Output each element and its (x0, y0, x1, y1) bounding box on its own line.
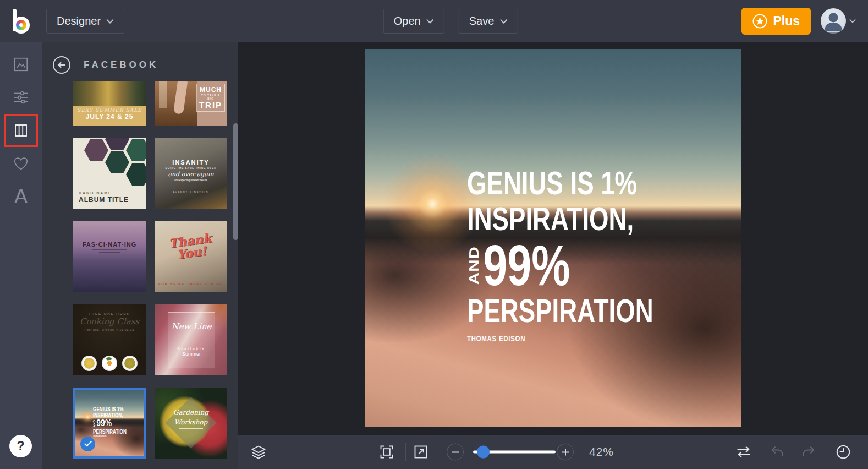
quote-line: INSPIRATION, (467, 201, 653, 237)
chevron-down-icon (426, 19, 434, 24)
save-button[interactable]: Save (459, 9, 518, 34)
template-thumbnail-fascinating[interactable]: FAS·CI·NAT·ING (73, 221, 146, 292)
quote-percent: 99% (483, 238, 570, 293)
zoom-out-button[interactable] (447, 444, 464, 461)
help-button-label: ? (17, 439, 24, 454)
hexagon-decor (105, 138, 129, 150)
template-text: INSANITY (155, 159, 227, 166)
template-text: FAS·CI·NAT·ING (73, 241, 146, 248)
sidebar-item-customize[interactable] (0, 81, 42, 114)
template-text: BAND NAME (79, 191, 129, 195)
template-thumbnail-new-line[interactable]: New Line Available Summer (155, 304, 227, 375)
template-text: GENIUS IS 1% (93, 406, 127, 412)
templates-panel: FACEBOOK SEXY SUMMER SALE JULY 24 & 25 M… (42, 42, 238, 469)
template-thumbnail-thank-you[interactable]: Thank You! FOR BEING THERE FOR ME (155, 221, 227, 292)
plus-button-label: Plus (773, 14, 800, 29)
tool-sidebar: A ? (0, 42, 42, 469)
quote-text-block[interactable]: GENIUS IS 1% INSPIRATION, AND 99% PERSPI… (467, 166, 653, 343)
layers-button[interactable] (251, 444, 266, 460)
open-button[interactable]: Open (383, 9, 444, 34)
sidebar-item-image[interactable] (0, 48, 42, 81)
history-button[interactable] (835, 444, 851, 460)
template-grid: SEXY SUMMER SALE JULY 24 & 25 MUCH TO TA… (73, 81, 238, 459)
template-text: Gardening (155, 408, 227, 416)
top-bar: Designer Open Save Plus (0, 0, 868, 42)
redo-button[interactable] (801, 444, 816, 460)
quote-and-word: AND (467, 246, 481, 285)
active-tool-highlight (4, 114, 38, 147)
sidebar-item-text[interactable]: A (0, 180, 42, 213)
panel-scrollbar[interactable] (233, 123, 238, 240)
canvas-area: GENIUS IS 1% INSPIRATION, AND 99% PERSPI… (238, 42, 868, 469)
template-thumbnail-big-trip[interactable]: MUCH TO TAKE A BIG TRIP (155, 81, 227, 126)
template-text: THOMAS EDISON (93, 435, 127, 438)
hexagon-decor (126, 163, 146, 186)
fit-to-screen-button[interactable] (379, 444, 394, 460)
compare-button[interactable] (736, 444, 751, 460)
template-text: DOING THE SAME THING OVER (155, 167, 227, 170)
save-button-label: Save (469, 15, 495, 28)
text-tool-icon: A (14, 185, 28, 208)
heart-icon (13, 155, 29, 172)
template-text: TO TAKE A BIG (198, 94, 223, 100)
quote-line: PERSPIRATION (467, 293, 653, 329)
template-thumbnail-gardening[interactable]: Gardening Workshop (155, 388, 227, 459)
sidebar-item-templates[interactable] (0, 114, 42, 147)
designer-menu-button[interactable]: Designer (46, 9, 124, 34)
quote-author: THOMAS EDISON (467, 334, 653, 343)
open-button-label: Open (394, 15, 421, 28)
chevron-down-icon (106, 19, 114, 24)
template-text: MUCH (198, 86, 223, 94)
template-text: Summer (168, 351, 215, 357)
template-text: and over again (155, 171, 227, 178)
template-thumbnail-album[interactable]: BAND NAME ALBUM TITLE (73, 138, 146, 209)
decor-rule (92, 249, 127, 250)
template-thumbnail-genius-selected[interactable]: GENIUS IS 1% INSPIRATION, AND 99% PERSPI… (73, 388, 146, 459)
compare-icon (736, 444, 751, 460)
image-icon (13, 56, 29, 73)
plus-upgrade-button[interactable]: Plus (741, 8, 811, 35)
template-thumbnail-summer-sale[interactable]: SEXY SUMMER SALE JULY 24 & 25 (73, 81, 146, 126)
hexagon-decor (126, 139, 146, 161)
expand-button[interactable] (413, 444, 428, 460)
back-button[interactable] (53, 56, 70, 74)
bottom-toolbar: 42% (238, 435, 868, 469)
undo-button[interactable] (770, 444, 785, 460)
decor-rule (99, 252, 120, 253)
befunky-logo-icon (9, 7, 33, 35)
fit-screen-icon (379, 444, 394, 460)
toolbar-separator (405, 443, 406, 461)
panel-header: FACEBOOK (42, 42, 238, 74)
template-thumbnail-cooking-class[interactable]: FREE ONE HOUR Cooking Class Portland, Or… (73, 304, 146, 375)
redo-icon (801, 444, 816, 460)
template-text: TRIP (198, 100, 223, 110)
panel-title: FACEBOOK (84, 59, 158, 70)
template-photo (155, 81, 197, 126)
check-icon (84, 441, 92, 447)
hexagon-decor (84, 139, 108, 161)
account-menu[interactable] (821, 8, 856, 34)
avatar (821, 8, 846, 34)
template-text: ALBUM TITLE (79, 196, 129, 204)
template-text: New Line (168, 321, 215, 331)
design-canvas[interactable]: GENIUS IS 1% INSPIRATION, AND 99% PERSPI… (365, 49, 741, 427)
befunky-logo[interactable] (0, 0, 42, 42)
decor-rule (179, 428, 203, 429)
star-circle-icon (752, 14, 767, 29)
history-icon (835, 444, 851, 460)
template-thumbnail-insanity[interactable]: INSANITY DOING THE SAME THING OVER and o… (155, 138, 227, 209)
zoom-in-button[interactable] (557, 444, 574, 461)
help-button[interactable]: ? (9, 435, 32, 457)
template-photo (73, 81, 146, 106)
selected-check-badge (80, 437, 95, 451)
template-text: JULY 24 & 25 (73, 113, 146, 121)
hexagon-decor (105, 151, 129, 173)
designer-menu-label: Designer (57, 15, 101, 28)
sidebar-item-favorites[interactable] (0, 147, 42, 180)
template-text: Available (168, 347, 215, 350)
zoom-slider-thumb[interactable] (477, 446, 490, 459)
template-text: FREE ONE HOUR (73, 312, 146, 315)
template-text: Portland, Oregon // 11.03.15 (73, 328, 146, 331)
layers-icon (251, 444, 266, 460)
chevron-down-icon (849, 19, 856, 23)
